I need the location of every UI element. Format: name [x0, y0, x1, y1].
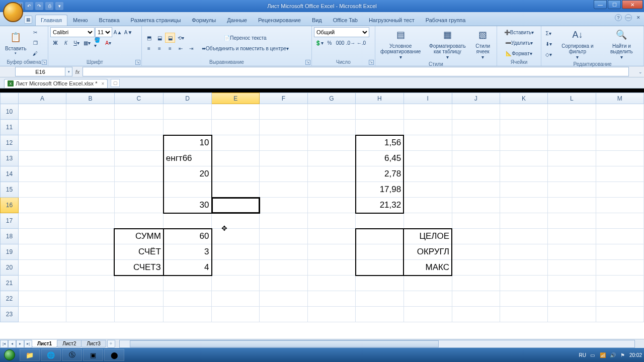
cell-D17[interactable]: [164, 213, 212, 229]
cell-B17[interactable]: [66, 213, 114, 229]
sheet-nav-next[interactable]: ▸: [16, 340, 24, 348]
cell-E16[interactable]: [212, 198, 260, 213]
worksheet-grid[interactable]: ABCDEFGHIJKLM101112101,5613енгт666,45142…: [0, 93, 644, 339]
row-header-20[interactable]: 20: [1, 260, 19, 276]
alignment-dialog-launcher[interactable]: ↘: [305, 60, 310, 65]
cell-L19[interactable]: [548, 244, 596, 260]
cell-K17[interactable]: [500, 213, 547, 229]
cell-L11[interactable]: [548, 120, 596, 135]
sheet-nav-prev[interactable]: ◂: [8, 340, 16, 348]
cell-M21[interactable]: [596, 276, 643, 291]
delete-cells-button[interactable]: ➖ Удалить▾: [499, 38, 539, 48]
cell-B22[interactable]: [66, 291, 114, 307]
cell-G22[interactable]: [307, 291, 355, 307]
ribbon-close-icon[interactable]: ✕: [635, 14, 642, 21]
cell-I23[interactable]: [404, 307, 452, 322]
cell-D12[interactable]: 10: [164, 135, 212, 151]
new-document-button[interactable]: ▢: [111, 79, 120, 87]
font-color-button[interactable]: A▾: [103, 38, 113, 48]
cell-E10[interactable]: [212, 104, 260, 120]
ribbon-minimize-icon[interactable]: —: [625, 14, 632, 21]
cell-L15[interactable]: [548, 182, 596, 198]
number-format-select[interactable]: Общий: [314, 27, 369, 37]
tab-view[interactable]: Вид: [306, 15, 328, 26]
qat-print-icon[interactable]: ⎙: [45, 2, 53, 10]
cut-button[interactable]: ✂: [30, 28, 40, 38]
number-dialog-launcher[interactable]: ↘: [369, 60, 374, 65]
cell-G13[interactable]: [307, 151, 355, 166]
name-box[interactable]: E16: [15, 67, 65, 76]
cell-F11[interactable]: [260, 120, 307, 135]
cell-A11[interactable]: [18, 120, 66, 135]
cell-E21[interactable]: [212, 276, 260, 291]
cell-K10[interactable]: [500, 104, 547, 120]
cell-E15[interactable]: [212, 182, 260, 198]
cell-K16[interactable]: [500, 198, 547, 213]
row-header-19[interactable]: 19: [1, 244, 19, 260]
cell-M14[interactable]: [596, 166, 643, 182]
col-header-I[interactable]: I: [404, 93, 452, 104]
cell-L21[interactable]: [548, 276, 596, 291]
close-button[interactable]: ✕: [622, 0, 643, 9]
cell-D15[interactable]: [164, 182, 212, 198]
cell-M16[interactable]: [596, 198, 643, 213]
tab-formulas[interactable]: Формулы: [186, 15, 221, 26]
cell-B20[interactable]: [66, 260, 114, 276]
cell-H13[interactable]: 6,45: [356, 151, 404, 166]
cell-J19[interactable]: [452, 244, 500, 260]
cell-B23[interactable]: [66, 307, 114, 322]
cell-B21[interactable]: [66, 276, 114, 291]
cell-A10[interactable]: [18, 104, 66, 120]
tab-workgroup[interactable]: Рабочая группа: [420, 15, 471, 26]
sheet-nav-last[interactable]: ▸|: [24, 340, 32, 348]
fx-icon[interactable]: fx: [72, 69, 83, 75]
col-header-C[interactable]: C: [114, 93, 164, 104]
tab-data[interactable]: Данные: [221, 15, 253, 26]
cell-F18[interactable]: [260, 229, 307, 244]
cell-D21[interactable]: [164, 276, 212, 291]
cell-H11[interactable]: [356, 120, 404, 135]
cell-B13[interactable]: [66, 151, 114, 166]
clipboard-dialog-launcher[interactable]: ↘: [42, 60, 47, 65]
cell-C11[interactable]: [114, 120, 164, 135]
cell-A19[interactable]: [18, 244, 66, 260]
cell-D22[interactable]: [164, 291, 212, 307]
decrease-indent-button[interactable]: ⇤: [176, 43, 186, 53]
col-header-L[interactable]: L: [548, 93, 596, 104]
formula-input[interactable]: [83, 67, 629, 76]
cell-J18[interactable]: [452, 229, 500, 244]
cell-J11[interactable]: [452, 120, 500, 135]
cell-H14[interactable]: 2,78: [356, 166, 404, 182]
italic-button[interactable]: К: [61, 38, 71, 48]
cell-H22[interactable]: [356, 291, 404, 307]
cell-M18[interactable]: [596, 229, 643, 244]
cell-A14[interactable]: [18, 166, 66, 182]
wrap-text-button[interactable]: 📄 Перенос текста: [200, 33, 290, 43]
align-top-button[interactable]: ⬒: [144, 33, 154, 43]
tray-clock[interactable]: 20:02: [629, 352, 642, 358]
cell-C23[interactable]: [114, 307, 164, 322]
row-header-16[interactable]: 16: [1, 198, 19, 213]
cell-K18[interactable]: [500, 229, 547, 244]
cell-K13[interactable]: [500, 151, 547, 166]
format-cells-button[interactable]: 📐 Формат▾: [499, 48, 539, 58]
task-explorer[interactable]: 📁: [20, 349, 40, 361]
cell-C14[interactable]: [114, 166, 164, 182]
cell-A21[interactable]: [18, 276, 66, 291]
cell-B19[interactable]: [66, 244, 114, 260]
cell-I15[interactable]: [404, 182, 452, 198]
cell-G17[interactable]: [307, 213, 355, 229]
align-middle-button[interactable]: ⬓: [154, 33, 165, 43]
col-header-G[interactable]: G: [307, 93, 355, 104]
col-header-H[interactable]: H: [356, 93, 404, 104]
align-right-button[interactable]: ≡: [165, 43, 175, 53]
row-header-10[interactable]: 10: [1, 104, 19, 120]
decrease-decimal-button[interactable]: ←.0: [356, 38, 366, 48]
cell-H19[interactable]: [356, 244, 404, 260]
cell-I11[interactable]: [404, 120, 452, 135]
cell-F14[interactable]: [260, 166, 307, 182]
cell-C21[interactable]: [114, 276, 164, 291]
cell-M23[interactable]: [596, 307, 643, 322]
office-button[interactable]: [3, 2, 23, 22]
sheet-tab-1[interactable]: Лист1: [32, 340, 57, 347]
